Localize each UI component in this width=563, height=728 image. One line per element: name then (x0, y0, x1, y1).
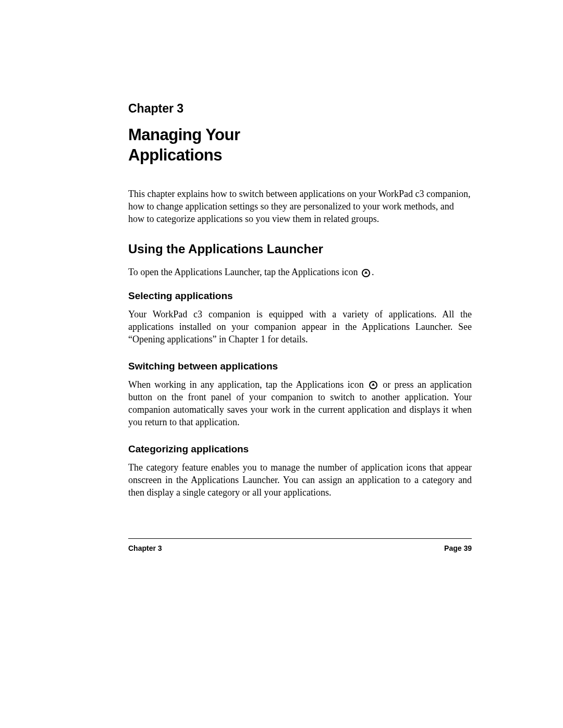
footer-content: Chapter 3 Page 39 (128, 544, 472, 552)
intro-paragraph: This chapter explains how to switch betw… (128, 188, 472, 226)
applications-icon (362, 269, 370, 277)
footer-chapter: Chapter 3 (128, 544, 162, 552)
text-after-icon-1: . (372, 267, 374, 277)
footer-divider (128, 538, 472, 539)
text-before-icon-2: When working in any application, tap the… (128, 379, 368, 390)
section-heading-launcher: Using the Applications Launcher (128, 242, 472, 256)
applications-icon (369, 381, 377, 389)
section-text-launcher: To open the Applications Launcher, tap t… (128, 266, 472, 278)
footer-page: Page 39 (444, 544, 472, 552)
page-footer: Chapter 3 Page 39 (128, 538, 472, 552)
subsection-heading-switching: Switching between applications (128, 361, 472, 372)
subsection-text-switching: When working in any application, tap the… (128, 378, 472, 429)
title-line-2: Applications (128, 146, 222, 164)
subsection-text-selecting: Your WorkPad c3 companion is equipped wi… (128, 308, 472, 346)
page-container: Chapter 3 Managing Your Applications Thi… (0, 0, 563, 499)
chapter-title: Managing Your Applications (128, 125, 472, 166)
title-line-1: Managing Your (128, 126, 240, 144)
subsection-heading-categorizing: Categorizing applications (128, 443, 472, 455)
text-before-icon-1: To open the Applications Launcher, tap t… (128, 267, 360, 277)
chapter-label: Chapter 3 (128, 102, 472, 116)
subsection-heading-selecting: Selecting applications (128, 290, 472, 302)
subsection-text-categorizing: The category feature enables you to mana… (128, 461, 472, 499)
